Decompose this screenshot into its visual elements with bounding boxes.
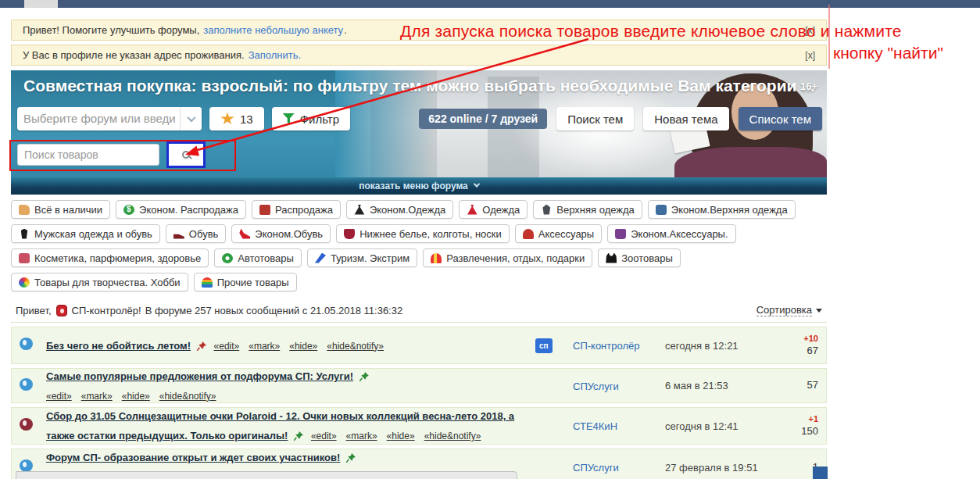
topic-title-link[interactable]: Без чего не обойтись летом! <box>46 340 191 352</box>
filter-label: Фильтр <box>300 113 339 126</box>
beach-umbrella-icon <box>431 253 442 263</box>
topic-row: Самые популярные предложения от подфорум… <box>11 368 827 403</box>
category-button-clothes[interactable]: Одежда <box>459 200 528 219</box>
new-replies-badge: +10 <box>782 333 818 344</box>
browser-link-tooltip <box>16 471 517 479</box>
sort-dropdown[interactable]: Сортировка <box>756 304 822 316</box>
topic-list-button[interactable]: Список тем <box>739 107 822 130</box>
category-button-shoes[interactable]: Обувь <box>166 224 226 243</box>
category-button-all-in-stock[interactable]: Всё в наличии <box>11 200 110 219</box>
star-icon <box>220 113 234 126</box>
category-label: Эконом.Аксессуары. <box>631 228 728 240</box>
show-forum-menu-toggle[interactable]: показать меню форума <box>11 177 827 195</box>
author-link[interactable]: СПУслуги <box>573 381 619 392</box>
browser-top-strip <box>0 0 980 8</box>
topic-balloon-icon <box>20 459 33 472</box>
forum-select-arrow[interactable] <box>180 107 202 130</box>
product-search-button[interactable] <box>166 141 206 168</box>
hide-notify-link[interactable]: «hide&notify» <box>424 431 481 441</box>
category-button-sale[interactable]: Распродажа <box>252 200 341 219</box>
category-label: Туризм. Экстрим <box>331 252 410 264</box>
forum-select[interactable]: Выберите форум или введи <box>17 107 202 130</box>
category-button-hobby[interactable]: Товары для творчества. Хобби <box>11 273 188 291</box>
banner-controls-row: Выберите форум или введи 13 Фильтр 622 o… <box>17 106 822 131</box>
topic-title-link[interactable]: Форум СП- образование открыт и ждет свои… <box>46 452 340 463</box>
hide-link[interactable]: «hide» <box>122 391 150 402</box>
pin-icon <box>196 341 207 352</box>
favorites-count: 13 <box>240 113 253 126</box>
forum-title: Совместная покупка: взрослый: по фильтру… <box>23 77 815 95</box>
edit-link[interactable]: «edit» <box>46 391 72 402</box>
category-button-cosmetics[interactable]: Косметика, парфюмерия, здоровье <box>11 248 209 267</box>
chevron-down-icon <box>474 181 480 187</box>
topics-table: Без чего не обойтись летом! «edit»«mark»… <box>11 322 827 479</box>
category-button-underwear[interactable]: Нижнее белье, колготы, носки <box>336 224 510 243</box>
product-search-row <box>17 143 159 166</box>
category-button-outerwear[interactable]: Верхняя одежда <box>533 200 642 219</box>
lingerie-icon <box>344 229 355 239</box>
banner-right-group: 622 online / 7 друзей Поиск тем Новая те… <box>419 107 822 130</box>
cat-icon <box>606 253 617 263</box>
cash-register-icon <box>259 205 270 215</box>
annotation-instruction-line1: Для запуска поиска товаров введите ключе… <box>400 22 902 41</box>
filter-button[interactable]: Фильтр <box>272 107 350 130</box>
edit-link[interactable]: «edit» <box>214 341 240 352</box>
product-search-input[interactable] <box>17 144 159 166</box>
thumbs-up-icon <box>19 205 30 215</box>
favorites-button[interactable]: 13 <box>209 107 264 130</box>
category-button-econom-accessories[interactable]: Эконом.Аксессуары. <box>607 224 735 243</box>
category-label: Верхняя одежда <box>556 204 634 216</box>
survey-link[interactable]: заполните небольшую анкету <box>203 24 343 36</box>
category-button-panel: Всё в наличии Эконом. Распродажа Распрод… <box>11 200 827 297</box>
hide-notify-link[interactable]: «hide&notify» <box>159 391 216 402</box>
category-button-tourism[interactable]: Туризм. Экстрим <box>307 248 417 267</box>
hide-link[interactable]: «hide» <box>387 431 415 441</box>
edit-link[interactable]: «edit» <box>311 431 337 441</box>
hide-notify-link[interactable]: «hide&notify» <box>327 341 384 352</box>
author-link[interactable]: СПУслуги <box>573 462 619 474</box>
mark-link[interactable]: «mark» <box>346 431 377 441</box>
category-button-econom-outerwear[interactable]: Эконом.Верхняя одежда <box>648 200 796 219</box>
forum-select-value: Выберите форум или введи <box>17 107 180 130</box>
topic-balloon-icon <box>20 418 33 431</box>
outerwear-icon <box>541 205 552 215</box>
category-label: Товары для творчества. Хобби <box>34 277 181 288</box>
replies-count: 57 <box>782 379 818 392</box>
author-link[interactable]: СП-контролёр <box>573 340 639 352</box>
author-link[interactable]: СТЕ4КиН <box>573 420 617 432</box>
category-label: Эконом.Обувь <box>255 228 323 240</box>
topic-row: Сбор до 31.05 Солнцезащитные очки Polaro… <box>11 407 827 445</box>
heel-shoe-icon <box>239 229 250 239</box>
forum-page: Привет! Помогите улучшить форумы, заполн… <box>0 0 980 479</box>
category-label: Распродажа <box>275 204 333 216</box>
category-button-econom-sale[interactable]: Эконом. Распродажа <box>116 200 246 219</box>
mark-link[interactable]: «mark» <box>81 391 113 402</box>
category-label: Автотовары <box>238 252 294 264</box>
category-label: Аксессуары <box>538 228 594 240</box>
category-row: Косметика, парфюмерия, здоровье Автотова… <box>11 248 827 267</box>
notice-text: У Вас в профиле не указан адрес проживан… <box>23 49 245 61</box>
category-button-pets[interactable]: Зоотовары <box>598 248 681 267</box>
topic-title-link[interactable]: Самые популярные предложения от подфорум… <box>46 370 353 382</box>
chevron-down-icon <box>816 309 822 316</box>
greeting-username: СП-контролёр! <box>72 305 141 316</box>
sweater-icon <box>656 205 667 215</box>
category-button-econom-clothes[interactable]: Эконом.Одежда <box>346 200 453 219</box>
mark-link[interactable]: «mark» <box>249 341 280 352</box>
new-topic-button[interactable]: Новая тема <box>643 107 728 130</box>
forum-banner: Совместная покупка: взрослый: по фильтру… <box>11 70 827 195</box>
dollar-icon <box>123 205 134 215</box>
category-button-mens[interactable]: Мужская одежда и обувь <box>11 224 160 243</box>
category-button-auto[interactable]: Автотовары <box>214 248 302 267</box>
last-post-date: сегодня в 12:21 <box>665 340 782 352</box>
category-button-entertainment[interactable]: Развлечения, отдых, подарки <box>423 248 592 267</box>
category-button-other[interactable]: Прочие товары <box>194 273 297 291</box>
hide-link[interactable]: «hide» <box>289 341 317 352</box>
handbag-icon <box>615 229 626 239</box>
category-button-econom-shoes[interactable]: Эконом.Обувь <box>231 224 331 243</box>
search-topics-button[interactable]: Поиск тем <box>556 107 634 130</box>
notice-close-button[interactable]: [x] <box>805 50 815 61</box>
category-row: Мужская одежда и обувь Обувь Эконом.Обув… <box>11 224 827 243</box>
category-button-accessories[interactable]: Аксессуары <box>515 224 602 243</box>
fill-profile-link[interactable]: Заполнить. <box>249 49 301 61</box>
